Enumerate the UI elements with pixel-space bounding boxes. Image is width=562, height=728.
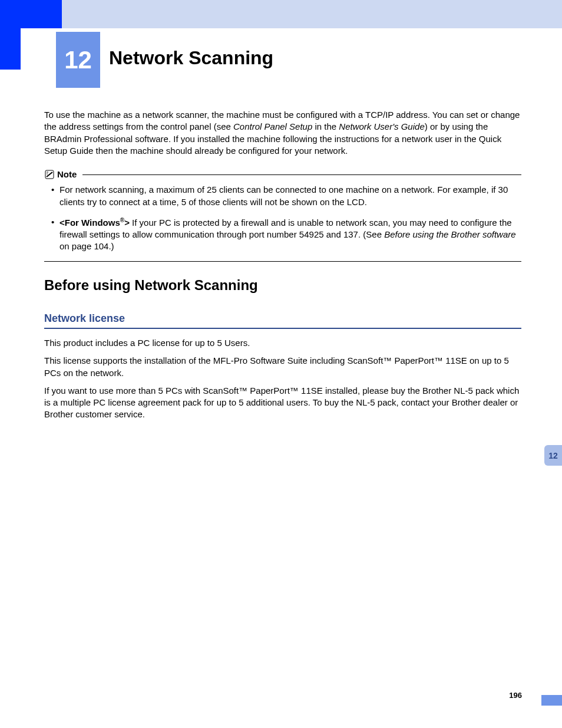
note-header: Note [44, 169, 521, 180]
intro-paragraph: To use the machine as a network scanner,… [44, 109, 521, 157]
note-item-2-suffix: > [124, 218, 130, 228]
note-item-1-text: For network scanning, a maximum of 25 cl… [59, 185, 508, 206]
note-icon [44, 169, 55, 180]
intro-inthe: in the [312, 121, 339, 131]
chapter-title: Network Scanning [109, 47, 273, 69]
note-item-2-prefix: <For Windows [59, 218, 120, 228]
note-list: For network scanning, a maximum of 25 cl… [44, 184, 521, 252]
note-item-2: <For Windows®> If your PC is protected b… [51, 216, 521, 253]
note-item-1: For network scanning, a maximum of 25 cl… [51, 184, 521, 208]
page-number: 196 [509, 691, 522, 700]
license-p3: If you want to use more than 5 PCs with … [44, 385, 521, 421]
note-label: Note [57, 169, 77, 180]
chapter-number-box: 12 [56, 32, 100, 88]
side-tab: 12 [544, 445, 562, 466]
subsection-heading: Network license [44, 311, 521, 329]
left-blue-bar [0, 28, 21, 70]
header-light-strip [62, 0, 562, 28]
intro-cps-ref: Control Panel Setup [233, 121, 312, 131]
footer-accent-bar [541, 695, 562, 706]
intro-nug-ref: Network User's Guide [339, 121, 424, 131]
license-p2: This license supports the installation o… [44, 355, 521, 379]
header-blue-block [0, 0, 62, 28]
license-p1: This product includes a PC license for u… [44, 337, 521, 349]
side-tab-number: 12 [548, 451, 558, 460]
note-header-rule [82, 174, 521, 175]
chapter-number: 12 [64, 46, 92, 74]
note-bottom-rule [44, 261, 521, 262]
note-item-2-link: Before using the Brother software [384, 229, 515, 239]
content-area: To use the machine as a network scanner,… [44, 109, 521, 427]
note-item-2-pageref: on page 104.) [59, 241, 114, 251]
section-heading: Before using Network Scanning [44, 276, 521, 295]
